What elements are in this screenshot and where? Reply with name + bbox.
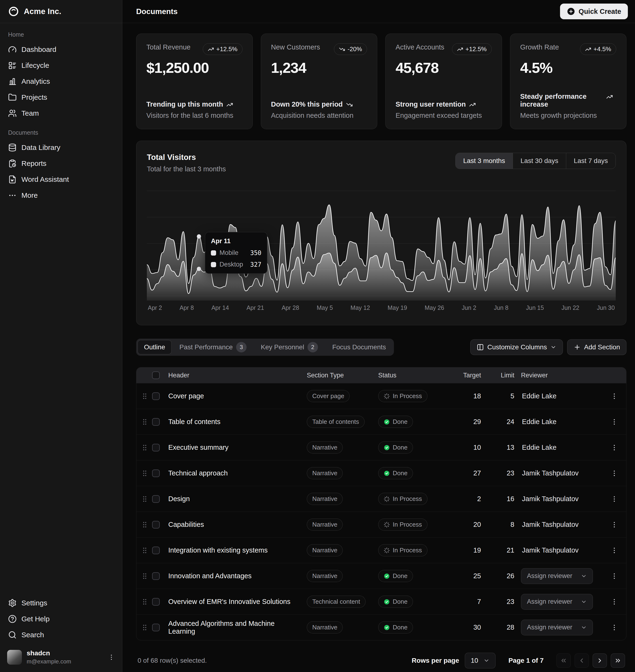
- drag-handle-icon[interactable]: [141, 495, 149, 503]
- row-menu-icon[interactable]: [611, 572, 618, 580]
- row-menu-icon[interactable]: [611, 418, 618, 426]
- range-last-3-months[interactable]: Last 3 months: [456, 153, 513, 169]
- drag-handle-icon[interactable]: [141, 392, 149, 400]
- stat-card-value: 1,234: [271, 59, 367, 76]
- row-header[interactable]: Overview of EMR's Innovative Solutions: [168, 598, 307, 606]
- customize-columns-button[interactable]: Customize Columns: [470, 339, 563, 355]
- sidebar-item-team[interactable]: Team: [4, 105, 118, 121]
- limit-value[interactable]: 26: [488, 572, 521, 580]
- drag-handle-icon[interactable]: [141, 521, 149, 529]
- assign-reviewer-select[interactable]: Assign reviewer: [521, 568, 593, 584]
- target-value[interactable]: 27: [454, 469, 488, 477]
- assign-reviewer-select[interactable]: Assign reviewer: [521, 620, 593, 635]
- range-last-7-days[interactable]: Last 7 days: [566, 153, 615, 169]
- limit-value[interactable]: 23: [488, 469, 521, 477]
- tab-outline[interactable]: Outline: [137, 340, 172, 354]
- sidebar-item-lifecycle[interactable]: Lifecycle: [4, 57, 118, 73]
- target-value[interactable]: 10: [454, 444, 488, 451]
- limit-value[interactable]: 8: [488, 521, 521, 529]
- row-header[interactable]: Cover page: [168, 392, 307, 400]
- row-header[interactable]: Capabilities: [168, 521, 307, 529]
- tab-key-personnel[interactable]: Key Personnel2: [255, 340, 324, 354]
- sidebar-item-settings[interactable]: Settings: [4, 595, 118, 611]
- row-checkbox[interactable]: [152, 572, 160, 580]
- row-menu-icon[interactable]: [611, 393, 618, 400]
- tab-focus-documents[interactable]: Focus Documents: [326, 340, 392, 354]
- section-type-badge: Technical content: [307, 596, 366, 608]
- row-checkbox[interactable]: [152, 470, 160, 477]
- drag-handle-icon[interactable]: [141, 546, 149, 555]
- row-header[interactable]: Advanced Algorithms and Machine Learning: [168, 620, 307, 635]
- drag-handle-icon[interactable]: [141, 469, 149, 477]
- drag-handle-icon[interactable]: [141, 572, 149, 580]
- sidebar-item-word-assistant[interactable]: Word Assistant: [4, 171, 118, 187]
- range-last-30-days[interactable]: Last 30 days: [513, 153, 566, 169]
- limit-value[interactable]: 5: [488, 392, 521, 400]
- tab-past-performance[interactable]: Past Performance3: [173, 340, 253, 354]
- sidebar-item-more[interactable]: More: [4, 187, 118, 203]
- sidebar-nav: HomeDashboardLifecycleAnalyticsProjectsT…: [0, 23, 122, 208]
- target-value[interactable]: 2: [454, 495, 488, 503]
- target-value[interactable]: 20: [454, 521, 488, 529]
- drag-handle-icon[interactable]: [141, 418, 149, 426]
- drag-handle-icon[interactable]: [141, 444, 149, 452]
- row-checkbox[interactable]: [152, 598, 160, 606]
- limit-value[interactable]: 21: [488, 546, 521, 554]
- row-header[interactable]: Table of contents: [168, 418, 307, 426]
- limit-value[interactable]: 28: [488, 624, 521, 631]
- sidebar-item-search[interactable]: Search: [4, 627, 118, 643]
- row-header[interactable]: Technical approach: [168, 469, 307, 477]
- target-value[interactable]: 19: [454, 546, 488, 554]
- row-menu-icon[interactable]: [611, 546, 618, 554]
- sidebar-item-data-library[interactable]: Data Library: [4, 139, 118, 155]
- first-page-button[interactable]: [556, 653, 571, 668]
- row-checkbox[interactable]: [152, 546, 160, 554]
- limit-value[interactable]: 13: [488, 444, 521, 451]
- sidebar-brand[interactable]: Acme Inc.: [0, 0, 122, 23]
- sidebar-item-get-help[interactable]: Get Help: [4, 611, 118, 627]
- target-value[interactable]: 18: [454, 392, 488, 400]
- target-value[interactable]: 7: [454, 598, 488, 606]
- target-value[interactable]: 25: [454, 572, 488, 580]
- sidebar-item-analytics[interactable]: Analytics: [4, 73, 118, 89]
- rows-per-page-select[interactable]: 10: [465, 653, 496, 668]
- row-header[interactable]: Innovation and Advantages: [168, 572, 307, 580]
- row-checkbox[interactable]: [152, 495, 160, 503]
- row-menu-icon[interactable]: [611, 470, 618, 477]
- row-checkbox[interactable]: [152, 624, 160, 631]
- assign-reviewer-select[interactable]: Assign reviewer: [521, 594, 593, 610]
- prev-page-button[interactable]: [574, 653, 589, 668]
- row-checkbox[interactable]: [152, 444, 160, 451]
- drag-handle-icon[interactable]: [141, 624, 149, 631]
- user-kebab-icon[interactable]: [108, 654, 115, 661]
- chevron-right-icon: [596, 657, 603, 664]
- target-value[interactable]: 29: [454, 418, 488, 426]
- user-menu[interactable]: shadcn m@example.com: [4, 647, 118, 667]
- row-checkbox[interactable]: [152, 418, 160, 426]
- row-checkbox[interactable]: [152, 521, 160, 529]
- row-menu-icon[interactable]: [611, 495, 618, 503]
- row-header[interactable]: Executive summary: [168, 444, 307, 451]
- row-menu-icon[interactable]: [611, 624, 618, 631]
- target-value[interactable]: 30: [454, 624, 488, 631]
- next-page-button[interactable]: [593, 653, 607, 668]
- row-menu-icon[interactable]: [611, 444, 618, 451]
- select-all-checkbox[interactable]: [152, 372, 160, 379]
- last-page-button[interactable]: [611, 653, 625, 668]
- row-menu-icon[interactable]: [611, 598, 618, 606]
- limit-value[interactable]: 24: [488, 418, 521, 426]
- sidebar-item-label: Search: [21, 631, 44, 639]
- quick-create-button[interactable]: Quick Create: [560, 4, 628, 19]
- sidebar-item-reports[interactable]: Reports: [4, 155, 118, 171]
- row-header[interactable]: Integration with existing systems: [168, 546, 307, 554]
- limit-value[interactable]: 16: [488, 495, 521, 503]
- limit-value[interactable]: 23: [488, 598, 521, 606]
- visitors-area-chart[interactable]: Apr 11 Mobile 350 Desktop 327: [147, 186, 616, 300]
- sidebar-item-dashboard[interactable]: Dashboard: [4, 41, 118, 57]
- row-header[interactable]: Design: [168, 495, 307, 503]
- add-section-button[interactable]: Add Section: [567, 339, 627, 355]
- row-menu-icon[interactable]: [611, 521, 618, 529]
- row-checkbox[interactable]: [152, 393, 160, 400]
- drag-handle-icon[interactable]: [141, 598, 149, 606]
- sidebar-item-projects[interactable]: Projects: [4, 89, 118, 105]
